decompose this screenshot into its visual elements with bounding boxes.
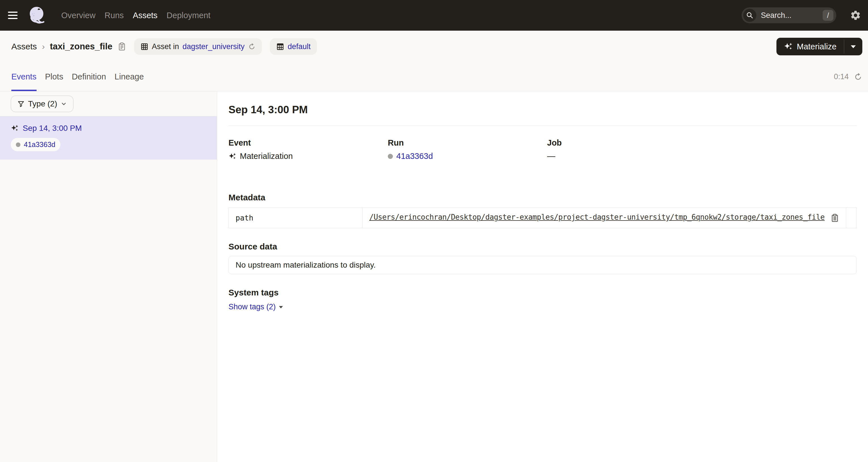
copy-path-icon[interactable] xyxy=(831,213,839,223)
search-icon xyxy=(743,9,756,22)
event-filter-bar: Type (2) xyxy=(0,91,217,116)
materialize-split-button: Materialize xyxy=(776,38,862,55)
event-detail-panel: Sep 14, 3:00 PM Event Materialization xyxy=(217,91,868,462)
page-title: taxi_zones_file xyxy=(50,41,113,52)
event-type-value: Materialization xyxy=(240,151,293,161)
search-box[interactable]: / xyxy=(742,7,836,23)
event-list-item[interactable]: Sep 14, 3:00 PM 41a3363d xyxy=(0,116,217,160)
asset-tabs: Events Plots Definition Lineage 0:14 xyxy=(0,62,868,91)
menu-icon[interactable] xyxy=(8,9,21,22)
asset-in-label: Asset in xyxy=(152,42,179,51)
job-column-label: Job xyxy=(547,138,706,148)
event-summary-columns: Event Materialization Run 4 xyxy=(228,138,857,161)
tab-lineage[interactable]: Lineage xyxy=(115,62,144,91)
tab-plots[interactable]: Plots xyxy=(45,62,63,91)
metadata-action-cell xyxy=(846,208,857,228)
sparkle-icon xyxy=(784,42,793,51)
materialization-sparkle-icon xyxy=(11,124,19,132)
nav-item-deployment[interactable]: Deployment xyxy=(167,11,211,20)
tab-definition[interactable]: Definition xyxy=(72,62,106,91)
divider xyxy=(228,125,857,126)
dagster-logo-icon[interactable] xyxy=(28,3,46,27)
top-nav: Overview Runs Assets Deployment / xyxy=(0,0,868,31)
source-data-heading: Source data xyxy=(228,242,857,252)
filter-funnel-icon xyxy=(17,100,25,108)
system-tags-section: System tags Show tags (2) xyxy=(228,288,857,311)
chevron-down-icon xyxy=(61,101,67,107)
job-value: — xyxy=(547,151,555,161)
definitions-pill: default xyxy=(270,38,317,55)
primary-nav: Overview Runs Assets Deployment xyxy=(61,11,210,20)
materialize-button[interactable]: Materialize xyxy=(776,38,844,55)
run-column-label: Run xyxy=(388,138,547,148)
table-row: path /Users/erincochran/Desktop/dagster-… xyxy=(229,208,857,228)
tab-events[interactable]: Events xyxy=(11,62,37,91)
materialize-dropdown-button[interactable] xyxy=(844,38,862,55)
type-filter-button[interactable]: Type (2) xyxy=(11,96,73,112)
run-link[interactable]: 41a3363d xyxy=(396,151,433,161)
event-detail-title: Sep 14, 3:00 PM xyxy=(228,104,857,116)
breadcrumb-separator: › xyxy=(42,42,45,51)
asset-group-icon xyxy=(140,42,149,51)
run-badge-id: 41a3363d xyxy=(24,141,55,149)
caret-down-icon xyxy=(850,45,856,49)
caret-down-icon[interactable] xyxy=(279,305,283,309)
default-definitions-link[interactable]: default xyxy=(288,42,311,51)
nav-item-assets[interactable]: Assets xyxy=(133,11,158,20)
run-badge[interactable]: 41a3363d xyxy=(11,138,60,151)
search-shortcut-key: / xyxy=(823,10,833,21)
path-link[interactable]: /Users/erincochran/Desktop/dagster-examp… xyxy=(369,213,825,221)
metadata-key-cell: path xyxy=(229,208,363,228)
materialize-button-label: Materialize xyxy=(797,42,837,51)
run-status-dot-icon xyxy=(388,154,393,159)
metadata-section: Metadata path /Users/erincochran/Desktop… xyxy=(228,193,857,228)
code-location-pill: Asset in dagster_university xyxy=(134,38,262,55)
run-status-dot-icon xyxy=(16,142,21,147)
breadcrumb-assets-link[interactable]: Assets xyxy=(11,42,37,51)
source-data-section: Source data No upstream materializations… xyxy=(228,242,857,274)
materialization-sparkle-icon xyxy=(228,152,237,160)
source-data-empty-message: No upstream materializations to display. xyxy=(228,256,857,274)
events-sidebar: Type (2) Sep 14, 3:00 PM xyxy=(0,91,217,462)
metadata-heading: Metadata xyxy=(228,193,857,202)
refresh-countdown: 0:14 xyxy=(834,73,849,81)
settings-gear-icon[interactable] xyxy=(850,10,861,21)
nav-item-overview[interactable]: Overview xyxy=(61,11,96,20)
copy-asset-name-icon[interactable] xyxy=(118,42,126,51)
repo-icon xyxy=(276,42,284,51)
metadata-table: path /Users/erincochran/Desktop/dagster-… xyxy=(228,207,857,228)
content-area: Type (2) Sep 14, 3:00 PM xyxy=(0,91,868,462)
type-filter-label: Type (2) xyxy=(28,99,57,108)
refresh-icon[interactable] xyxy=(854,73,862,81)
code-location-link[interactable]: dagster_university xyxy=(183,42,245,51)
reload-location-icon[interactable] xyxy=(248,43,256,51)
show-tags-link[interactable]: Show tags (2) xyxy=(228,302,276,311)
search-input[interactable] xyxy=(761,11,809,20)
event-column-label: Event xyxy=(228,138,388,148)
nav-item-runs[interactable]: Runs xyxy=(104,11,124,20)
event-timestamp-link[interactable]: Sep 14, 3:00 PM xyxy=(23,124,82,133)
metadata-value-cell: /Users/erincochran/Desktop/dagster-examp… xyxy=(362,208,846,228)
system-tags-heading: System tags xyxy=(228,288,857,297)
breadcrumb-row: Assets › taxi_zones_file Asset in dagste… xyxy=(0,31,868,62)
